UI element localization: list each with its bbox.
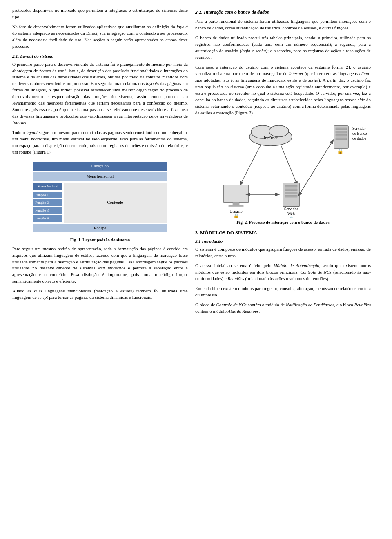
fig1-diagram: Cabeçalho Menu horizontal Menu Vertical … xyxy=(31,159,169,236)
svg-rect-16 xyxy=(233,202,239,205)
svg-text:🔒: 🔒 xyxy=(233,213,239,218)
svg-text:Servidor: Servidor xyxy=(352,127,366,131)
svg-text:🔒: 🔒 xyxy=(337,148,344,155)
svg-rect-25 xyxy=(285,195,297,197)
svg-text:Web: Web xyxy=(287,212,295,216)
diagram-content: Conteúdo xyxy=(64,183,167,223)
svg-rect-24 xyxy=(285,192,297,194)
left-column: protocolos disponíveis no mercado que pe… xyxy=(12,7,188,532)
right-column: 2.2. Interação com o banco de dados Para… xyxy=(195,7,371,532)
right-para-3: Com isso, a interação do usuário com o s… xyxy=(195,64,371,116)
diagram-sidebar-item-2: Função 2 xyxy=(33,199,62,206)
sec3-heading: 3. MÓDULOS DO SISTEMA xyxy=(195,229,371,236)
svg-rect-8 xyxy=(336,138,347,140)
para-last-left: Aliado às duas linguagens mencionadas (m… xyxy=(12,288,188,301)
para-after-fig1: Para seguir um mesmo padrão de apresenta… xyxy=(12,246,188,285)
svg-rect-22 xyxy=(285,185,297,187)
svg-rect-17 xyxy=(229,205,243,207)
fig2-svg: Internet Servidor de Banco de dados 🔒 xyxy=(199,120,367,218)
diagram-sidebar: Menu Vertical Função 1 Função 2 Função 3… xyxy=(33,183,62,223)
svg-text:Internet: Internet xyxy=(264,135,278,140)
fig2-caption-bold: Fig. 2. xyxy=(236,220,248,225)
sec3-para-1: O sistema é composto de módulos que agru… xyxy=(195,246,371,259)
right-para-2: O banco de dados utilizado possui três t… xyxy=(195,35,371,61)
diagram-footer: Rodapé xyxy=(33,224,167,233)
svg-line-14 xyxy=(281,145,297,185)
fig1-caption-bold: Fig. 1. xyxy=(70,238,82,242)
fig1-caption-text: Layout padrão do sistema xyxy=(82,238,130,242)
sec-2-2-heading: 2.2. Interação com o banco de dados xyxy=(195,9,371,16)
page: protocolos disponíveis no mercado que pe… xyxy=(0,0,392,539)
svg-rect-5 xyxy=(336,128,347,130)
svg-text:🔒: 🔒 xyxy=(288,216,294,218)
sec3-para-3: Em cada bloco existem módulos para regis… xyxy=(195,285,371,298)
svg-rect-15 xyxy=(224,185,248,202)
fig1-label: Fig. 1. Layout padrão do sistema xyxy=(12,237,188,243)
right-para-1: Para a parte funcional do sistema foram … xyxy=(195,18,371,31)
svg-text:Servidor: Servidor xyxy=(284,207,298,211)
diagram-menu-horizontal: Menu horizontal xyxy=(33,172,167,181)
fig2-caption-text: Processo de interação com o banco de dad… xyxy=(249,220,330,225)
svg-rect-6 xyxy=(336,131,347,133)
diagram-sidebar-item-1: Função 1 xyxy=(33,192,62,198)
subsec-2-1-para-2: Todo o layout segue um mesmo padrão em t… xyxy=(12,129,188,156)
left-para-2: Na fase de desenvolvimento foram utiliza… xyxy=(12,24,188,50)
sec3-para-2: O acesso inicial ao sistema é feito pelo… xyxy=(195,263,371,282)
diagram-header: Cabeçalho xyxy=(33,162,167,171)
diagram-body: Menu Vertical Função 1 Função 2 Função 3… xyxy=(33,183,167,223)
diagram-sidebar-title: Menu Vertical xyxy=(33,183,62,190)
svg-rect-23 xyxy=(285,189,297,191)
subsec-2-1-heading: 2.1. Layout do sistema xyxy=(12,53,188,60)
diagram-sidebar-item-4: Função 4 xyxy=(33,215,62,222)
fig2-label: Fig. 2. Processo de interação com o banc… xyxy=(195,219,371,225)
sec3-1-heading: 3.1 Introdução xyxy=(195,238,371,245)
sec3-para-4: O bloco de Controle de NCs contém o módu… xyxy=(195,302,371,315)
svg-line-13 xyxy=(240,145,261,185)
svg-rect-7 xyxy=(336,134,347,136)
svg-line-29 xyxy=(300,140,333,193)
svg-text:de dados: de dados xyxy=(352,136,366,140)
fig2-diagram: Internet Servidor de Banco de dados 🔒 xyxy=(195,120,371,218)
diagram-sidebar-item-3: Função 3 xyxy=(33,207,62,214)
svg-text:de Banco: de Banco xyxy=(352,131,367,136)
left-para-1: protocolos disponíveis no mercado que pe… xyxy=(12,7,188,20)
subsec-2-1-para-1: O primeiro passo para o desenvolvimento … xyxy=(12,61,188,126)
